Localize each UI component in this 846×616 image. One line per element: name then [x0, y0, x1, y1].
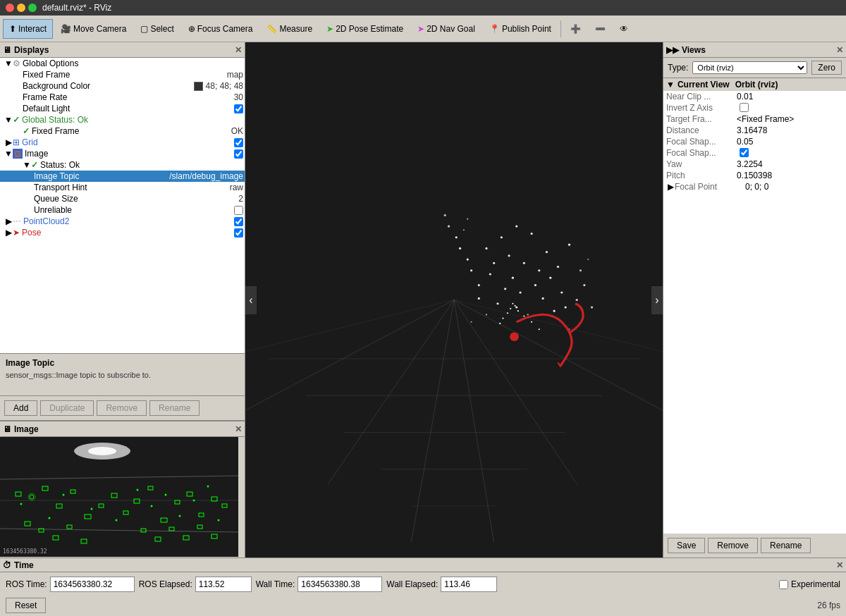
image-row[interactable]: ▼ 🖼 Image: [0, 148, 245, 159]
image-arrow[interactable]: ▼: [4, 149, 13, 159]
image-checkbox[interactable]: [234, 149, 243, 159]
global-status-row[interactable]: ▼ ✓ Global Status: Ok: [0, 114, 245, 125]
camera-icon-button[interactable]: 👁: [613, 19, 634, 39]
focal-shap2-checkbox[interactable]: [740, 148, 749, 157]
wall-elapsed-input[interactable]: [441, 577, 497, 592]
viewport-left-arrow[interactable]: ‹: [245, 286, 257, 314]
pose-checkbox[interactable]: [234, 228, 243, 238]
move-camera-button[interactable]: 🎥 Move Camera: [54, 19, 133, 39]
duplicate-button[interactable]: Duplicate: [40, 400, 94, 416]
svg-point-82: [467, 258, 469, 260]
image-subpanel-close-button[interactable]: ✕: [235, 424, 242, 434]
fixed-frame-row[interactable]: Fixed Frame map: [0, 69, 245, 80]
ruler-icon: 📏: [266, 24, 277, 34]
focal-shap2-row[interactable]: Focal Shap...: [663, 147, 846, 159]
background-color-row[interactable]: Background Color 48; 48; 48: [0, 80, 245, 92]
current-view-section[interactable]: ▼ Current View Orbit (rviz): [663, 78, 846, 91]
image-topic-row[interactable]: Image Topic /slam/debug_image: [0, 171, 245, 182]
pointcloud2-checkbox[interactable]: [234, 217, 243, 226]
minus-icon-button[interactable]: ➖: [589, 19, 612, 39]
pitch-row[interactable]: Pitch 0.150398: [663, 170, 846, 181]
target-frame-row[interactable]: Target Fra... <Fixed Frame>: [663, 113, 846, 125]
default-light-row[interactable]: Default Light: [0, 103, 245, 114]
svg-point-88: [515, 306, 517, 308]
default-light-checkbox[interactable]: [234, 104, 243, 113]
views-rename-button[interactable]: Rename: [761, 538, 811, 553]
displays-tree[interactable]: ▼ ⚙ Global Options Fixed Frame map Backg…: [0, 58, 245, 354]
grid-arrow[interactable]: ▶: [4, 137, 13, 147]
svg-point-84: [455, 236, 458, 238]
pose-arrow[interactable]: ▶: [4, 228, 13, 238]
2d-nav-goal-button[interactable]: ➤ 2D Nav Goal: [411, 19, 482, 39]
queue-size-row[interactable]: Queue Size 2: [0, 193, 245, 204]
reset-button[interactable]: Reset: [6, 598, 46, 613]
views-save-button[interactable]: Save: [668, 538, 705, 553]
measure-button[interactable]: 📏 Measure: [260, 19, 319, 39]
global-status-arrow[interactable]: ▼: [4, 115, 13, 125]
experimental-row: Experimental: [779, 579, 840, 589]
viewport-right-arrow[interactable]: ›: [651, 286, 663, 314]
global-options-arrow[interactable]: ▼: [4, 58, 13, 68]
distance-label: Distance: [666, 125, 737, 135]
ros-time-input[interactable]: [50, 577, 135, 592]
interact-button[interactable]: ⬆ Interact: [3, 19, 53, 39]
views-close-button[interactable]: ✕: [836, 45, 843, 55]
select-button[interactable]: ▢ Select: [134, 19, 180, 39]
focal-point-arrow[interactable]: ▶: [666, 182, 675, 192]
pose-row[interactable]: ▶ ➤ Pose: [0, 227, 245, 238]
svg-point-40: [137, 489, 139, 491]
close-button[interactable]: [6, 4, 14, 12]
rename-button[interactable]: Rename: [149, 400, 200, 416]
focus-camera-button[interactable]: ⊕ Focus Camera: [182, 19, 259, 39]
views-type-label: Type:: [668, 63, 688, 73]
remove-button[interactable]: Remove: [97, 400, 147, 416]
displays-close-button[interactable]: ✕: [235, 45, 242, 55]
publish-point-button[interactable]: 📍 Publish Point: [483, 19, 558, 39]
ros-elapsed-input[interactable]: [195, 577, 252, 592]
svg-point-98: [467, 218, 468, 220]
global-options-label: Global Options: [23, 58, 243, 68]
unreliable-checkbox[interactable]: [234, 206, 243, 215]
views-zero-button[interactable]: Zero: [811, 61, 842, 75]
pose-icon: ➤: [13, 228, 20, 238]
global-options-row[interactable]: ▼ ⚙ Global Options: [0, 58, 245, 69]
bottom-bar: ⏱ Time ✕ ROS Time: ROS Elapsed: Wall Tim…: [0, 558, 846, 616]
image-status-row[interactable]: ▼ ✓ Status: Ok: [0, 159, 245, 171]
add-button[interactable]: Add: [4, 400, 37, 416]
wall-time-label: Wall Time:: [256, 579, 295, 589]
unreliable-row[interactable]: Unreliable: [0, 204, 245, 216]
pointcloud2-arrow[interactable]: ▶: [4, 216, 13, 226]
time-close-button[interactable]: ✕: [836, 560, 843, 570]
global-status-fixed-frame-row[interactable]: ✓ Fixed Frame OK: [0, 125, 245, 137]
3d-viewport[interactable]: ‹ ›: [245, 42, 663, 558]
views-remove-button[interactable]: Remove: [708, 538, 758, 553]
invert-z-row[interactable]: Invert Z Axis: [663, 102, 846, 113]
grid-row[interactable]: ▶ ⊞ Grid: [0, 137, 245, 148]
views-type-select[interactable]: Orbit (rviz): [692, 61, 807, 74]
transport-hint-row[interactable]: Transport Hint raw: [0, 182, 245, 193]
focal-point-value: 0; 0; 0: [745, 182, 768, 192]
invert-z-checkbox[interactable]: [740, 103, 749, 112]
focal-shap1-row[interactable]: Focal Shap... 0.05: [663, 136, 846, 147]
svg-point-100: [568, 328, 570, 330]
maximize-button[interactable]: [28, 4, 37, 12]
toolbar-separator: [560, 20, 561, 37]
focal-point-row[interactable]: ▶ Focal Point 0; 0; 0: [663, 181, 846, 192]
current-view-arrow[interactable]: ▼: [666, 80, 675, 90]
image-status-arrow[interactable]: ▼: [23, 160, 31, 170]
wall-time-input[interactable]: [298, 577, 382, 592]
grid-checkbox[interactable]: [234, 138, 243, 147]
svg-point-111: [531, 321, 532, 323]
near-clip-row[interactable]: Near Clip ... 0.01: [663, 91, 846, 102]
svg-point-35: [20, 503, 23, 505]
yaw-row[interactable]: Yaw 3.2254: [663, 159, 846, 170]
frame-rate-row[interactable]: Frame Rate 30: [0, 92, 245, 103]
distance-row[interactable]: Distance 3.16478: [663, 125, 846, 136]
global-status-label: Global Status: Ok: [22, 115, 243, 125]
add-icon-button[interactable]: ➕: [564, 19, 587, 39]
2d-pose-estimate-button[interactable]: ➤ 2D Pose Estimate: [320, 19, 410, 39]
reset-row: Reset 26 fps: [0, 596, 846, 616]
pointcloud2-row[interactable]: ▶ ⋯ PointCloud2: [0, 216, 245, 227]
minimize-button[interactable]: [17, 4, 25, 12]
experimental-checkbox[interactable]: [779, 580, 788, 589]
